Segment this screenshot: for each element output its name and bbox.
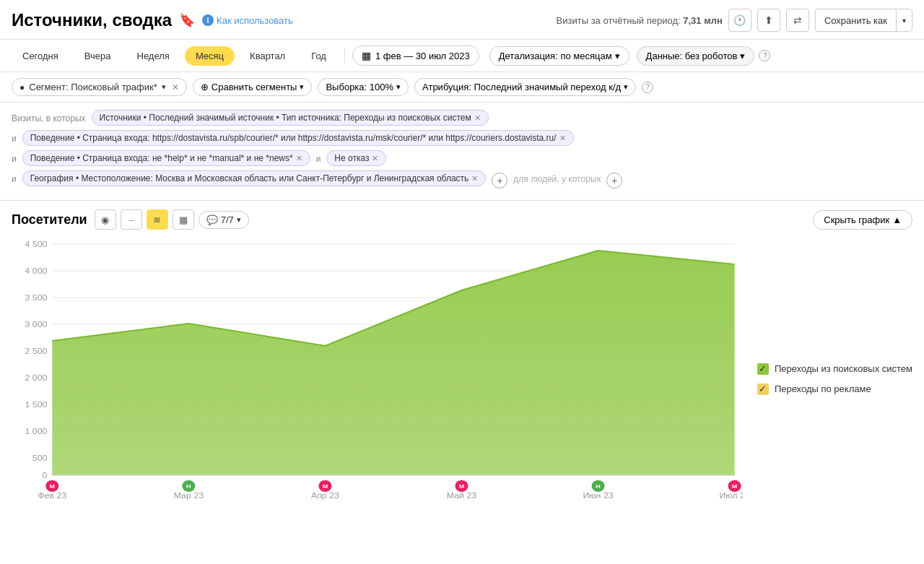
chart-type-bar-btn[interactable]: ▦ [173, 209, 194, 230]
svg-text:3 500: 3 500 [25, 293, 48, 302]
compare-icon: ⊕ [201, 82, 209, 92]
legend-color-ads: ✓ [757, 383, 769, 395]
svg-text:4 000: 4 000 [25, 266, 48, 275]
segment-chip[interactable]: ● Сегмент: Поисковый трафик* ▾ ✕ [12, 78, 187, 96]
svg-text:Июн 23: Июн 23 [583, 491, 613, 500]
filter-row-4: и География • Местоположение: Москва и М… [12, 170, 912, 188]
svg-text:Июл 23: Июл 23 [719, 491, 742, 500]
legend-label-search: Переходы из поисковых систем [775, 363, 912, 374]
period-year[interactable]: Год [300, 46, 337, 66]
period-today[interactable]: Сегодня [12, 46, 69, 66]
svg-text:М: М [459, 482, 464, 489]
segment-dot-icon: ● [19, 82, 25, 92]
chart-header: Посетители ◉ ⏤ ≋ ▦ 💬 7/7 ▾ Скрыть график… [12, 209, 912, 230]
period-yesterday[interactable]: Вчера [74, 46, 122, 66]
segment-row: ● Сегмент: Поисковый трафик* ▾ ✕ ⊕ Сравн… [0, 72, 924, 103]
legend-color-search: ✓ [757, 363, 769, 375]
segment-arrow-icon: ▾ [162, 82, 166, 92]
page-title: Источники, сводка [12, 10, 172, 30]
chart-area-green [52, 251, 734, 475]
legend-item-ads: ✓ Переходы по рекламе [757, 383, 912, 395]
info-icon: i [202, 14, 214, 26]
add-filter-btn[interactable]: + [492, 173, 507, 188]
filter-row-1: Визиты, в которых Источники • Последний … [12, 110, 912, 126]
bookmark-icon[interactable]: 🔖 [179, 12, 195, 28]
and-label-2: и [12, 150, 17, 164]
sample-arrow-icon: ▾ [396, 82, 401, 92]
segments-badge[interactable]: 💬 7/7 ▾ [199, 211, 249, 229]
how-to-use-link[interactable]: i Как использовать [202, 14, 293, 26]
svg-text:1 500: 1 500 [25, 400, 48, 409]
filter-chip-3a: Поведение • Страница входа: не *help* и … [22, 150, 310, 166]
svg-text:2 000: 2 000 [25, 373, 48, 382]
svg-text:Май 23: Май 23 [447, 491, 476, 500]
filter-3b-close-icon[interactable]: ✕ [372, 154, 378, 163]
attr-btn[interactable]: Атрибуция: Последний значимый переход к/… [414, 78, 636, 96]
date-range-btn[interactable]: ▦ 1 фев — 30 июл 2023 [352, 45, 479, 66]
legend-item-search: ✓ Переходы из поисковых систем [757, 363, 912, 375]
filter-3a-close-icon[interactable]: ✕ [296, 154, 302, 163]
svg-text:500: 500 [32, 454, 48, 462]
hide-chart-btn[interactable]: Скрыть график ▲ [813, 210, 912, 230]
segments-arrow-icon: ▾ [237, 215, 241, 225]
svg-text:М: М [732, 482, 737, 489]
attr-arrow-icon: ▾ [624, 82, 628, 92]
visits-label: Визиты за отчётный период: 7,31 млн [557, 15, 723, 26]
filter-4-close-icon[interactable]: ✕ [471, 174, 478, 183]
robots-help-icon[interactable]: ? [759, 50, 770, 61]
chart-legend: ✓ Переходы из поисковых систем ✓ Переход… [757, 237, 912, 506]
attr-help-icon[interactable]: ? [642, 82, 653, 93]
compare-arrow-icon: ▾ [300, 82, 304, 92]
svg-text:1 000: 1 000 [25, 427, 48, 435]
svg-text:М: М [323, 482, 328, 489]
and-label-3: и [12, 170, 17, 184]
period-separator [344, 48, 345, 63]
sample-btn[interactable]: Выборка: 100% ▾ [318, 78, 409, 96]
chart-type-area-btn[interactable]: ≋ [147, 209, 168, 230]
detail-btn[interactable]: Детализация: по месяцам ▾ [489, 46, 629, 66]
for-people-label: для людей, у которых [513, 170, 601, 184]
chart-section: Посетители ◉ ⏤ ≋ ▦ 💬 7/7 ▾ Скрыть график… [0, 201, 924, 515]
hide-chart-arrow-icon: ▲ [892, 214, 902, 225]
export-icon-btn[interactable]: ⬆ [757, 9, 780, 32]
clock-icon-btn[interactable]: 🕐 [728, 9, 751, 32]
chart-area: 4 500 4 000 3 500 3 000 2 500 2 000 1 50… [12, 237, 912, 506]
header-row: Источники, сводка 🔖 i Как использовать В… [0, 0, 924, 40]
header-right: Визиты за отчётный период: 7,31 млн 🕐 ⬆ … [557, 9, 912, 32]
robots-btn[interactable]: Данные: без роботов ▾ [637, 46, 755, 66]
chart-controls: ◉ ⏤ ≋ ▦ 💬 7/7 ▾ [95, 209, 249, 230]
visits-in-label: Визиты, в которых [12, 110, 86, 123]
filter-chip-4: География • Местоположение: Москва и Мос… [22, 170, 487, 186]
save-dropdown-arrow[interactable]: ▾ [897, 9, 912, 31]
save-btn[interactable]: Сохранить как ▾ [815, 9, 912, 32]
filter-2-close-icon[interactable]: ✕ [559, 134, 566, 143]
period-month[interactable]: Месяц [185, 46, 235, 66]
svg-text:М: М [50, 482, 55, 489]
svg-text:Мар 23: Мар 23 [174, 491, 204, 500]
main-chart-svg: 4 500 4 000 3 500 3 000 2 500 2 000 1 50… [12, 237, 743, 504]
and-between: и [316, 150, 321, 164]
legend-label-ads: Переходы по рекламе [775, 383, 871, 394]
period-week[interactable]: Неделя [126, 46, 180, 66]
chart-type-dot-btn[interactable]: ◉ [95, 209, 116, 230]
chart-title: Посетители [12, 212, 87, 227]
svg-text:Н: Н [596, 482, 600, 489]
period-quarter[interactable]: Квартал [239, 46, 296, 66]
filter-chip-2: Поведение • Страница входа: https://dost… [22, 130, 574, 146]
period-row: Сегодня Вчера Неделя Месяц Квартал Год ▦… [0, 40, 924, 72]
segment-close-icon[interactable]: ✕ [172, 82, 179, 92]
svg-text:3 000: 3 000 [25, 320, 48, 329]
svg-text:2 500: 2 500 [25, 347, 48, 355]
compare-segments-btn[interactable]: ⊕ Сравнить сегменты ▾ [193, 78, 313, 96]
comment-icon: 💬 [206, 214, 218, 225]
and-label-1: и [12, 130, 17, 144]
svg-text:0: 0 [43, 471, 48, 480]
detail-arrow-icon: ▾ [615, 51, 620, 61]
filter-row-2: и Поведение • Страница входа: https://do… [12, 130, 912, 146]
compare-icon-btn[interactable]: ⇄ [786, 9, 809, 32]
filter-1-close-icon[interactable]: ✕ [474, 113, 481, 123]
filters-section: Визиты, в которых Источники • Последний … [0, 103, 924, 201]
calendar-icon: ▦ [362, 50, 371, 61]
chart-type-line-btn[interactable]: ⏤ [121, 209, 142, 230]
add-people-btn[interactable]: + [606, 173, 622, 188]
